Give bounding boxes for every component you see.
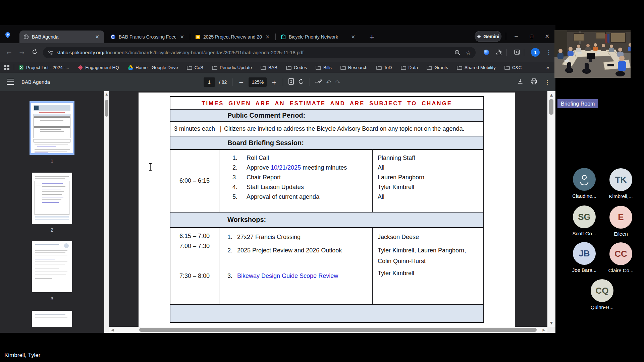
participant-tile-eileen[interactable]: E Eileen [602,206,639,237]
address-bar[interactable]: static.spokanecity.org/documents/bcc/boa… [43,47,476,58]
bookmark-folder-shared-mobility[interactable]: Shared Mobility [457,65,496,70]
tab-separator [105,34,105,40]
tab-close-icon[interactable]: × [94,34,100,40]
tab-francis-crossing-feedback[interactable]: BAB Francis Crossing Feedback × [106,31,189,43]
fit-page-button[interactable] [288,78,294,86]
thumbnail-page-3[interactable] [32,241,72,292]
extensions-puzzle-icon[interactable] [494,48,503,57]
participant-tile-quinn[interactable]: CQ Quinn-H... [584,279,621,310]
pdf-vscrollbar-thumb[interactable] [549,99,553,115]
maximize-button[interactable]: ▢ [527,32,537,41]
pdf-more-menu-icon[interactable]: ⋮ [544,79,550,85]
notice-row: TIMES GIVEN ARE AN ESTIMATE AND ARE SUBJ… [170,97,483,110]
separator [506,49,507,56]
agenda-item: Approve 10/21/2025 meeting minutes [247,164,347,171]
back-button[interactable]: ← [4,48,14,58]
new-tab-button[interactable]: + [368,33,376,41]
item-number: 2. [227,247,232,254]
bookmark-folder-codes[interactable]: Codes [286,65,307,70]
workshop-time: 7:00 – 7:30 [170,243,219,250]
sidebar-scrollbar-thumb[interactable] [105,100,108,117]
doc-link[interactable]: 10/21/2025 [271,164,301,171]
bookmark-engagement-hq[interactable]: Engagement HQ [78,65,119,70]
apps-grid-icon[interactable] [4,65,10,70]
download-button[interactable] [517,78,523,86]
scroll-left-icon[interactable]: ◀ [111,328,114,332]
tab-close-icon[interactable]: × [265,34,270,40]
site-settings-icon[interactable] [48,50,53,55]
browser-window: BAB Agenda × BAB Francis Crossing Feedba… [0,25,555,333]
bookmark-folder-tod[interactable]: ToD [376,65,392,70]
thumbnail-page-4[interactable] [32,311,72,327]
annotate-pen-button[interactable] [315,78,322,86]
bookmark-folder-cc[interactable]: C&C [504,65,522,70]
empty-band-row [170,305,483,322]
participant-tile-kimbrell[interactable]: TK Kimbrell,... [602,168,639,199]
scroll-down-icon[interactable]: ▼ [547,321,555,325]
pdf-hscrollbar-thumb[interactable] [139,328,537,332]
folder-icon [340,65,346,70]
sidebar-scrollbar[interactable]: ▲ [104,91,109,333]
tab-close-icon[interactable]: × [350,34,356,40]
excel-icon [19,65,24,70]
rotate-button[interactable] [298,78,304,86]
print-button[interactable] [531,78,537,86]
thumbnail-page-1[interactable] [30,101,74,155]
zoom-out-button[interactable]: − [238,79,245,86]
bookmark-folder-cos[interactable]: CoS [187,65,203,70]
participant-tile-claudine[interactable]: Claudine... [566,168,603,199]
tab-title: BAB Francis Crossing Feedback [119,34,176,40]
folder-icon [376,65,382,70]
bookmark-google-drive[interactable]: Home - Google Drive [128,65,178,70]
browser-menu-icon[interactable]: ⋮ [544,48,553,57]
redo-icon[interactable]: ↷ [335,79,340,86]
room-video-feed[interactable] [554,30,631,78]
bookmark-folder-data[interactable]: Data [401,65,418,70]
reload-button[interactable] [30,48,40,58]
zoom-level-input[interactable]: 125% [249,77,267,87]
bookmark-folder-research[interactable]: Research [340,65,368,70]
pdf-horizontal-scrollbar[interactable]: ◀ ▶ [109,327,547,333]
thumbnail-page-number: 2 [30,227,74,233]
participant-tile-scott[interactable]: SG Scott Go... [566,205,603,236]
section-heading: Public Comment Period: [227,112,305,119]
tab-bicycle-priority-network[interactable]: Bicycle Priority Network × [277,31,360,43]
scroll-up-icon[interactable]: ▲ [547,93,555,97]
pdf-vertical-scrollbar[interactable]: ▲ ▼ [547,91,555,327]
bookmark-folder-periodic-update[interactable]: Periodic Update [212,65,252,70]
forward-button[interactable]: → [17,48,27,58]
agenda-item: 27x27 Francis Crossing [237,234,301,241]
profile-avatar[interactable]: 1 [531,48,540,57]
tab-2025-project-review[interactable]: 2025 Project Review and 2026 ( × [191,31,274,43]
tab-bab-agenda[interactable]: BAB Agenda × [19,31,104,43]
bookmark-folder-grants[interactable]: Grants [427,65,448,70]
bookmarks-overflow-icon[interactable]: » [546,64,549,71]
minimize-button[interactable]: − [511,32,521,41]
page-number-input[interactable]: 1 [204,77,215,87]
zoom-icon[interactable] [454,50,461,56]
tab-close-icon[interactable]: × [179,34,185,40]
doc-link[interactable]: Bikeway Design Guide Scope Review [237,273,338,280]
participant-tile-claire[interactable]: CC Claire Co... [602,242,639,273]
thumbnail-page-2[interactable] [32,173,72,224]
participant-tile-joe[interactable]: JB Joe Bara... [566,242,603,273]
presenter: Jackson Deese [378,234,419,241]
scroll-up-icon[interactable]: ▲ [104,93,109,96]
pdf-menu-icon[interactable] [7,79,14,85]
search-tabs-icon[interactable] [513,48,522,57]
avatar: CC [609,242,632,265]
workshop-time: 6:15 – 7:00 [170,233,219,240]
undo-icon[interactable]: ↶ [326,79,331,86]
scroll-right-icon[interactable]: ▶ [543,328,545,332]
bookmark-folder-bab[interactable]: BAB [261,65,277,70]
bookmark-star-icon[interactable]: ☆ [466,49,471,56]
close-window-button[interactable]: × [542,32,552,41]
bookmark-project-list[interactable]: Project List - 2024 -... [19,65,69,70]
zoom-in-button[interactable]: + [271,79,277,86]
bookmark-folder-bills[interactable]: Bills [316,65,332,70]
extension-orb-icon[interactable] [482,48,491,57]
divider-glyph: | [220,125,222,132]
participant-name: Quinn-H... [584,304,621,310]
separator [524,49,524,56]
gemini-button[interactable]: Gemini [475,31,501,42]
